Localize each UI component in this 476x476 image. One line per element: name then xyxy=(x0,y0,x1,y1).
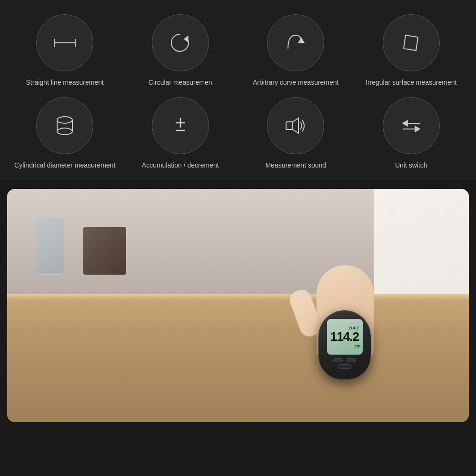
svg-point-9 xyxy=(57,128,72,135)
product-photo: 114.2 114.2 cm xyxy=(7,189,469,422)
feature-circle-accumulation xyxy=(152,97,209,154)
feature-circle-irregular-surface xyxy=(383,14,440,71)
circular-icon xyxy=(166,29,195,57)
hand-device-area: 114.2 114.2 cm xyxy=(269,208,431,389)
glass-vase xyxy=(36,218,64,275)
feature-cylindrical: Cylindrical diameter measurement xyxy=(10,97,120,170)
accumulation-icon xyxy=(166,111,195,140)
svg-rect-13 xyxy=(286,122,293,129)
feature-label-circular: Circular measuremen xyxy=(149,78,212,88)
feature-accumulation: Accumulation / decrement xyxy=(125,97,236,170)
device-button-right xyxy=(347,358,356,362)
feature-circle-cylindrical xyxy=(36,97,93,154)
feature-unit-switch: Unit switch xyxy=(356,97,467,170)
unit-switch-icon xyxy=(397,111,426,140)
svg-point-6 xyxy=(57,117,72,123)
device-button-bottom xyxy=(337,364,352,369)
device-button-left xyxy=(333,358,343,362)
feature-label-unit-switch: Unit switch xyxy=(395,161,427,170)
background-box xyxy=(83,227,126,275)
feature-label-cylindrical: Cylindrical diameter measurement xyxy=(14,161,115,170)
svg-marker-3 xyxy=(184,36,188,42)
sound-icon xyxy=(281,111,310,140)
measuring-device: 114.2 114.2 cm xyxy=(318,310,371,379)
feature-circular: Circular measuremen xyxy=(125,14,236,88)
device-screen: 114.2 114.2 cm xyxy=(327,319,363,355)
photo-scene: 114.2 114.2 cm xyxy=(7,189,469,422)
feature-circle-arbitrary-curve xyxy=(267,14,324,71)
svg-marker-4 xyxy=(298,38,304,43)
svg-marker-18 xyxy=(415,126,420,132)
irregular-surface-icon xyxy=(397,29,426,57)
device-main-display: 114.2 xyxy=(330,330,359,343)
feature-circle-circular xyxy=(152,14,209,71)
feature-circle-straight-line xyxy=(36,14,93,71)
feature-irregular-surface: Irregular surface measurement xyxy=(356,14,467,88)
glass-object xyxy=(36,218,64,275)
page-container: Straight line measurement Circular measu… xyxy=(0,0,476,422)
feature-label-straight-line: Straight line measurement xyxy=(26,78,104,88)
feature-circle-measurement-sound xyxy=(267,97,324,154)
features-grid: Straight line measurement Circular measu… xyxy=(10,14,466,170)
svg-marker-5 xyxy=(404,35,418,50)
feature-label-accumulation: Accumulation / decrement xyxy=(142,161,219,170)
feature-arbitrary-curve: Arbitrary curve measurement xyxy=(240,14,351,88)
device-unit-display: cm xyxy=(354,344,360,348)
feature-measurement-sound: Measurement sound xyxy=(240,97,351,170)
svg-marker-16 xyxy=(403,120,407,126)
feature-circle-unit-switch xyxy=(383,97,440,154)
arbitrary-curve-icon xyxy=(281,29,310,57)
feature-label-arbitrary-curve: Arbitrary curve measurement xyxy=(253,78,339,88)
features-section: Straight line measurement Circular measu… xyxy=(0,0,476,179)
cylindrical-icon xyxy=(50,111,79,140)
straight-line-icon xyxy=(50,29,79,57)
feature-label-measurement-sound: Measurement sound xyxy=(265,161,326,170)
feature-label-irregular-surface: Irregular surface measurement xyxy=(366,78,456,88)
svg-marker-14 xyxy=(293,118,298,133)
feature-straight-line: Straight line measurement xyxy=(10,14,120,88)
device-buttons xyxy=(333,358,356,362)
